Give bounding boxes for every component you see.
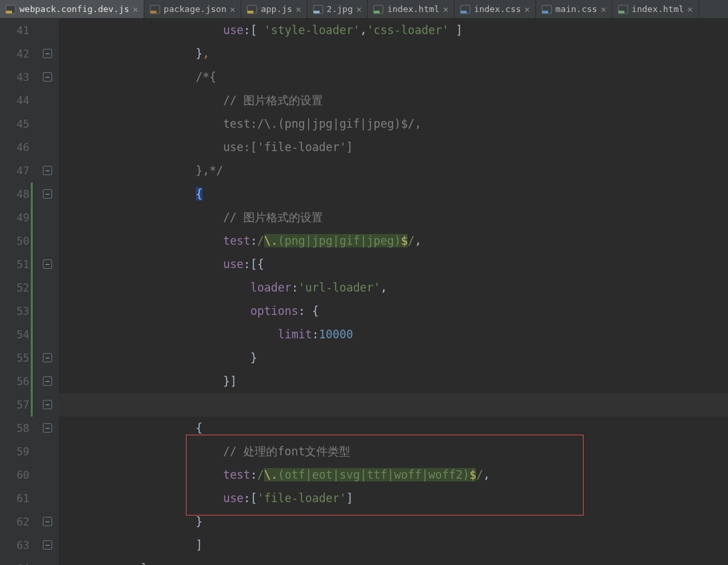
close-icon[interactable]: × xyxy=(132,5,138,14)
code-line[interactable]: // 处理的font文件类型 xyxy=(59,440,728,463)
code-line[interactable]: }] xyxy=(59,370,728,393)
close-icon[interactable]: × xyxy=(230,5,235,14)
code-line[interactable]: test:/\.(png|jpg|gif|jpeg)$/, xyxy=(59,229,728,253)
tab-index-html[interactable]: index.html× xyxy=(368,0,455,18)
line-number: 46 xyxy=(0,136,29,159)
line-number: 59 xyxy=(0,440,29,463)
editor[interactable]: 4142434445464748495051525354555657585960… xyxy=(0,19,728,565)
caret-line-highlight xyxy=(59,393,728,417)
fold-toggle[interactable] xyxy=(43,423,52,433)
code-line[interactable]: ] xyxy=(59,534,728,557)
code-line[interactable]: { xyxy=(59,417,728,440)
line-number: 47 xyxy=(0,159,29,183)
svg-rect-15 xyxy=(618,11,624,13)
line-number: 54 xyxy=(0,323,29,346)
tab-label: index.html xyxy=(387,4,439,14)
line-number: 48 xyxy=(0,183,29,206)
close-icon[interactable]: × xyxy=(356,5,362,14)
fold-toggle[interactable] xyxy=(43,259,52,269)
fold-toggle[interactable] xyxy=(43,166,52,175)
code-line[interactable]: use:[{ xyxy=(59,253,728,276)
svg-rect-9 xyxy=(374,11,380,13)
code-line[interactable]: use:[ 'style-loader','css-loader' ] xyxy=(59,19,728,42)
img-file-icon xyxy=(313,5,324,14)
tab-package-json[interactable]: package.json× xyxy=(144,0,241,18)
code-line[interactable]: } xyxy=(59,510,728,534)
line-number: 50 xyxy=(0,229,29,253)
svg-rect-5 xyxy=(247,11,253,13)
line-number: 55 xyxy=(0,346,29,370)
code-line[interactable]: use:['file-loader'] xyxy=(59,487,728,510)
code-line[interactable]: }, xyxy=(59,42,728,66)
svg-rect-3 xyxy=(150,11,156,13)
tab-label: index.css xyxy=(474,4,521,14)
tab-2-jpg[interactable]: 2.jpg× xyxy=(308,0,368,18)
line-number: 41 xyxy=(0,19,29,42)
tab-index-css[interactable]: index.css× xyxy=(455,0,536,18)
code-line[interactable]: { xyxy=(59,183,728,206)
line-number: 62 xyxy=(0,510,29,534)
tab-label: main.css xyxy=(556,4,598,14)
line-number: 52 xyxy=(0,276,29,300)
tab-webpack-config-dev-js[interactable]: webpack.config.dev.js× xyxy=(0,0,144,18)
line-number: 64 xyxy=(0,557,29,565)
line-number: 51 xyxy=(0,253,29,276)
fold-toggle[interactable] xyxy=(43,72,52,82)
line-number: 43 xyxy=(0,66,29,89)
tab-index-html[interactable]: index.html× xyxy=(612,0,699,18)
css-file-icon xyxy=(541,5,552,14)
code-line[interactable]: // 图片格式的设置 xyxy=(59,206,728,229)
svg-rect-11 xyxy=(461,11,467,13)
code-line[interactable]: loader:'url-loader', xyxy=(59,276,728,300)
js-file-icon xyxy=(5,5,16,14)
code-line[interactable]: use:['file-loader'] xyxy=(59,136,728,159)
code-line[interactable]: /*{ xyxy=(59,66,728,89)
tab-label: package.json xyxy=(164,4,227,14)
close-icon[interactable]: × xyxy=(687,5,693,14)
code-line[interactable]: test:/\.(png|jpg|gif|jpeg)$/, xyxy=(59,112,728,136)
tab-bar: webpack.config.dev.js× package.json× app… xyxy=(0,0,728,19)
svg-rect-13 xyxy=(542,11,548,13)
code-line[interactable]: } xyxy=(59,346,728,370)
svg-rect-7 xyxy=(314,11,320,13)
css-file-icon xyxy=(460,5,471,14)
tab-label: app.js xyxy=(261,4,292,14)
tab-label: webpack.config.dev.js xyxy=(19,4,129,14)
line-number: 44 xyxy=(0,89,29,112)
html-file-icon xyxy=(618,5,628,14)
code-line[interactable]: }, xyxy=(59,557,728,565)
fold-toggle[interactable] xyxy=(43,540,52,550)
code-line[interactable]: // 图片格式的设置 xyxy=(59,89,728,112)
code-line[interactable]: limit:10000 xyxy=(59,323,728,346)
fold-toggle[interactable] xyxy=(43,353,52,362)
fold-toggle[interactable] xyxy=(43,49,52,58)
line-number: 61 xyxy=(0,487,29,510)
close-icon[interactable]: × xyxy=(600,5,606,14)
close-icon[interactable]: × xyxy=(524,5,529,14)
fold-toggle[interactable] xyxy=(43,400,52,409)
svg-rect-1 xyxy=(6,11,12,13)
code-area[interactable]: use:[ 'style-loader','css-loader' ] }, /… xyxy=(59,19,728,565)
fold-toggle[interactable] xyxy=(43,517,52,526)
tab-main-css[interactable]: main.css× xyxy=(536,0,612,18)
line-number-gutter: 4142434445464748495051525354555657585960… xyxy=(0,19,39,565)
tab-app-js[interactable]: app.js× xyxy=(241,0,307,18)
json-file-icon xyxy=(150,5,160,14)
code-line[interactable]: test:/\.(otf|eot|svg|ttf|woff|woff2)$/, xyxy=(59,463,728,487)
fold-toggle[interactable] xyxy=(43,376,52,386)
line-number: 42 xyxy=(0,42,29,66)
code-line[interactable]: options: { xyxy=(59,300,728,323)
vcs-change-marker xyxy=(31,183,33,417)
fold-toggle[interactable] xyxy=(43,189,52,199)
close-icon[interactable]: × xyxy=(443,5,448,14)
tab-label: index.html xyxy=(632,4,684,14)
close-icon[interactable]: × xyxy=(295,5,301,14)
line-number: 53 xyxy=(0,300,29,323)
line-number: 58 xyxy=(0,417,29,440)
line-number: 60 xyxy=(0,463,29,487)
line-number: 45 xyxy=(0,112,29,136)
code-line[interactable]: },*/ xyxy=(59,159,728,183)
line-number: 56 xyxy=(0,370,29,393)
line-number: 63 xyxy=(0,534,29,557)
line-number: 49 xyxy=(0,206,29,229)
